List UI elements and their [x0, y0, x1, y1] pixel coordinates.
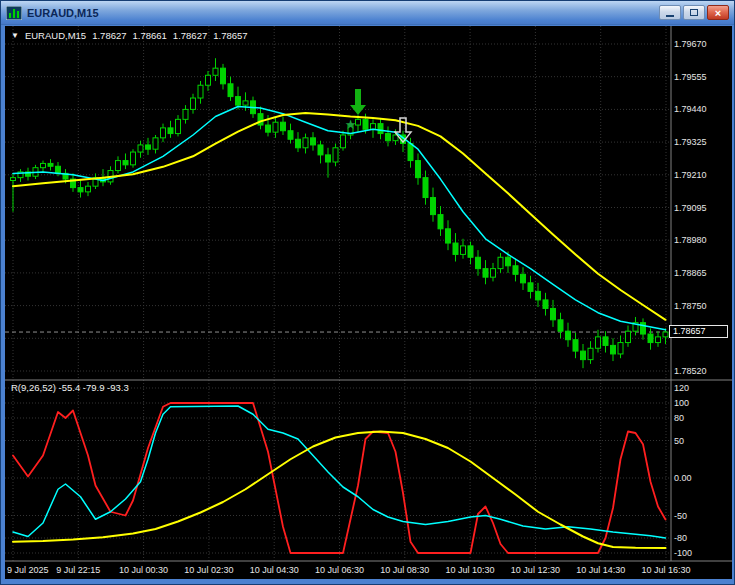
price-axis-label: 1.79440 — [674, 104, 707, 114]
window-titlebar[interactable]: EURAUD,M15 × — [1, 1, 734, 25]
sell-signal-arrow-icon — [350, 89, 366, 115]
time-axis-label: 10 Jul 16:30 — [633, 565, 699, 575]
close-icon: × — [715, 7, 721, 19]
symbol-period: EURAUD,M15 — [25, 30, 86, 41]
price-axis-label: 1.79670 — [674, 39, 707, 49]
ohlc-high: 1.78661 — [133, 30, 167, 41]
ohlc-open: 1.78627 — [92, 30, 126, 41]
price-axis-label: 1.78980 — [674, 235, 707, 245]
chart-area[interactable]: ★ ▼ EURAUD,M15 1.78627 1.78661 1.78627 1… — [5, 26, 732, 579]
price-axis-label: 1.79095 — [674, 203, 707, 213]
price-axis-label: 1.79555 — [674, 72, 707, 82]
indicator-axis-label: -50 — [674, 511, 687, 521]
indicator-axis-label: 80 — [674, 413, 684, 423]
close-button[interactable]: × — [707, 5, 729, 20]
time-axis-label: 10 Jul 02:30 — [176, 565, 242, 575]
indicator-axis-label: -80 — [674, 533, 687, 543]
price-axis-label: 1.79210 — [674, 170, 707, 180]
chart-window: EURAUD,M15 × ★ ▼ EURAUD,M15 1.78627 1.78… — [0, 0, 735, 585]
signal-star-icon: ★ — [345, 117, 357, 132]
time-axis-label: 10 Jul 08:30 — [372, 565, 438, 575]
time-axis-label: 10 Jul 12:30 — [502, 565, 568, 575]
indicator-axis-label: 100 — [674, 398, 689, 408]
price-axis-label: 1.79325 — [674, 137, 707, 147]
time-axis-label: 10 Jul 14:30 — [568, 565, 634, 575]
indicator-axis-label: 0.00 — [674, 473, 692, 483]
time-axis-label: 9 Jul 22:15 — [45, 565, 111, 575]
current-price-box: 1.78657 — [669, 325, 728, 338]
collapse-arrow-icon[interactable]: ▼ — [11, 30, 19, 41]
time-axis-label: 10 Jul 06:30 — [307, 565, 373, 575]
price-axis-label: 1.78750 — [674, 301, 707, 311]
time-axis-label: 10 Jul 00:30 — [111, 565, 177, 575]
window-title: EURAUD,M15 — [27, 7, 99, 19]
chart-icon — [6, 6, 22, 20]
time-axis-label: 10 Jul 04:30 — [241, 565, 307, 575]
minimize-icon — [666, 15, 674, 17]
time-axis-label: 10 Jul 10:30 — [437, 565, 503, 575]
candlestick-chart[interactable]: ★ — [5, 26, 732, 579]
price-axis-label: 1.78865 — [674, 268, 707, 278]
ohlc-info-line: ▼ EURAUD,M15 1.78627 1.78661 1.78627 1.7… — [11, 30, 248, 41]
minimize-button[interactable] — [659, 5, 681, 20]
indicator-axis-label: 50 — [674, 436, 684, 446]
indicator-axis-label: -100 — [674, 548, 692, 558]
restore-button[interactable] — [683, 5, 705, 20]
indicator-axis-label: 120 — [674, 383, 689, 393]
ohlc-low: 1.78627 — [173, 30, 207, 41]
ohlc-close: 1.78657 — [213, 30, 247, 41]
indicator-label: R(9,26,52) -55.4 -79.9 -93.3 — [11, 382, 129, 393]
restore-icon — [690, 9, 698, 16]
price-axis-label: 1.78520 — [674, 366, 707, 376]
